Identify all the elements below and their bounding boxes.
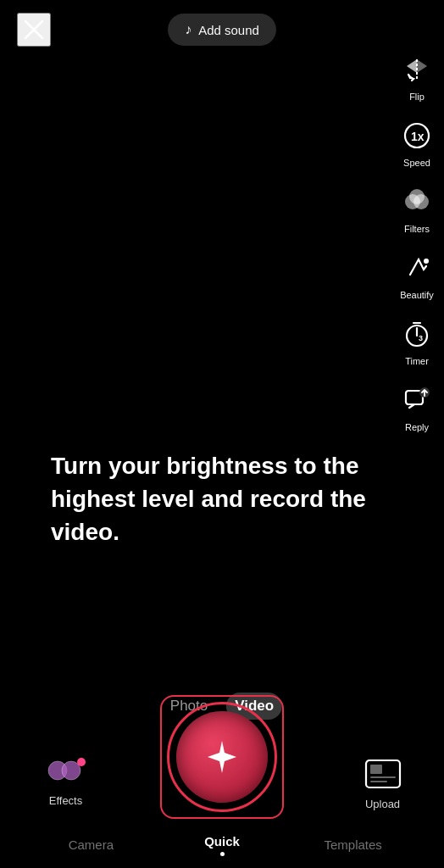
beautify-icon [398,249,436,287]
nav-item-camera[interactable]: Camera [25,837,157,852]
nav-item-templates[interactable]: Templates [287,837,419,852]
svg-point-6 [409,189,425,204]
speed-label: Speed [403,158,430,168]
add-sound-button[interactable]: ♪ Add sound [168,14,276,46]
sidebar-item-timer[interactable]: 3 Timer [398,315,436,366]
upload-button[interactable]: Upload [359,754,406,810]
add-sound-label: Add sound [198,23,259,37]
bottom-nav: Camera Quick Templates [0,821,444,868]
timer-icon: 3 [398,315,436,353]
record-button-container [160,695,284,819]
nav-camera-label: Camera [69,837,114,852]
prompt-text-container: Turn your brightness to the highest leve… [51,449,376,549]
flip-icon [398,51,436,88]
flip-label: Flip [409,92,425,102]
sidebar-item-flip[interactable]: Flip [398,51,436,102]
svg-rect-17 [370,776,396,778]
close-button[interactable] [17,13,51,47]
upload-label: Upload [365,798,400,810]
music-icon: ♪ [185,22,191,37]
timer-label: Timer [405,356,429,366]
reply-label: Reply [405,422,429,432]
effects-button[interactable]: Effects [42,751,89,807]
sidebar-item-filters[interactable]: Filters [398,183,436,234]
nav-item-quick[interactable]: Quick [157,834,288,856]
filters-icon [398,183,436,220]
sidebar-item-reply[interactable]: Reply [398,381,436,432]
svg-point-14 [77,758,86,766]
prompt-text: Turn your brightness to the highest leve… [51,449,376,549]
svg-text:1x: 1x [411,130,425,143]
sidebar-item-beautify[interactable]: Beautify [398,249,436,300]
svg-text:3: 3 [419,334,423,342]
record-button-wrapper [160,695,284,819]
sparkle-icon [199,734,245,780]
header: ♪ Add sound [0,0,444,59]
right-sidebar: Flip 1x Speed Filters [398,51,436,432]
sidebar-item-speed[interactable]: 1x Speed [398,117,436,168]
filters-label: Filters [404,224,430,234]
record-button[interactable] [176,711,268,803]
upload-icon [359,754,406,793]
beautify-label: Beautify [400,290,434,300]
nav-quick-label: Quick [204,834,240,849]
nav-templates-label: Templates [324,837,381,852]
nav-active-dot [220,852,225,856]
effects-label: Effects [49,794,83,807]
svg-rect-16 [370,765,382,774]
reply-icon [398,381,436,419]
record-outer-ring [167,702,277,812]
effects-icon [42,751,89,789]
speed-icon: 1x [398,117,436,154]
svg-rect-18 [370,781,387,782]
